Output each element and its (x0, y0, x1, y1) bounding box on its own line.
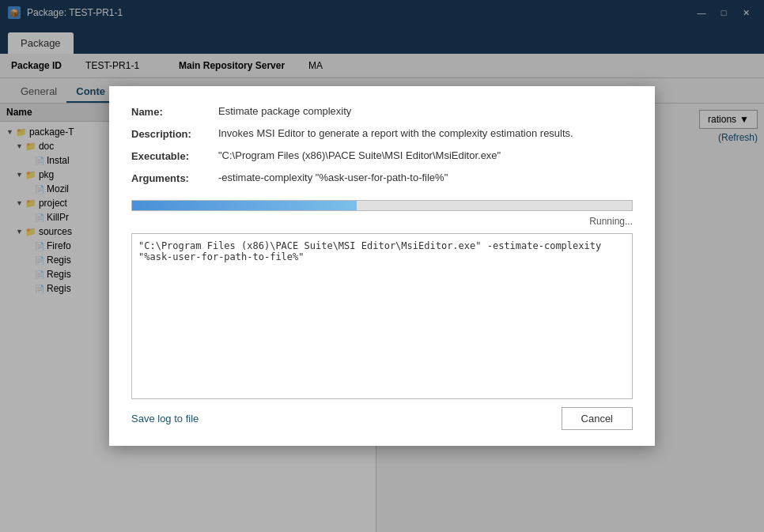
modal-description-label: Description: (131, 127, 218, 140)
modal-dialog: Name: Estimate package complexity Descri… (109, 86, 655, 446)
save-log-link[interactable]: Save log to file (131, 413, 199, 424)
modal-executable-label: Executable: (131, 149, 218, 162)
modal-footer: Save log to file Cancel (131, 407, 633, 430)
modal-name-row: Name: Estimate package complexity (131, 105, 633, 118)
progress-status: Running... (131, 216, 633, 227)
modal-executable-row: Executable: "C:\Program Files (x86)\PACE… (131, 149, 633, 162)
modal-description-row: Description: Invokes MSI Editor to gener… (131, 127, 633, 140)
progress-container (131, 200, 633, 211)
modal-name-value: Estimate package complexity (218, 105, 633, 117)
modal-arguments-label: Arguments: (131, 172, 218, 184)
modal-executable-value: "C:\Program Files (x86)\PACE Suite\MSI E… (218, 149, 633, 161)
modal-description-value: Invokes MSI Editor to generate a report … (218, 127, 633, 139)
modal-overlay: Name: Estimate package complexity Descri… (0, 0, 764, 532)
modal-name-label: Name: (131, 105, 218, 118)
progress-bar-background (131, 200, 633, 211)
cancel-button[interactable]: Cancel (562, 407, 633, 430)
progress-bar-fill (132, 201, 357, 210)
modal-arguments-value: -estimate-complexity "%ask-user-for-path… (218, 172, 633, 183)
modal-arguments-row: Arguments: -estimate-complexity "%ask-us… (131, 172, 633, 184)
log-textarea[interactable] (131, 233, 633, 399)
